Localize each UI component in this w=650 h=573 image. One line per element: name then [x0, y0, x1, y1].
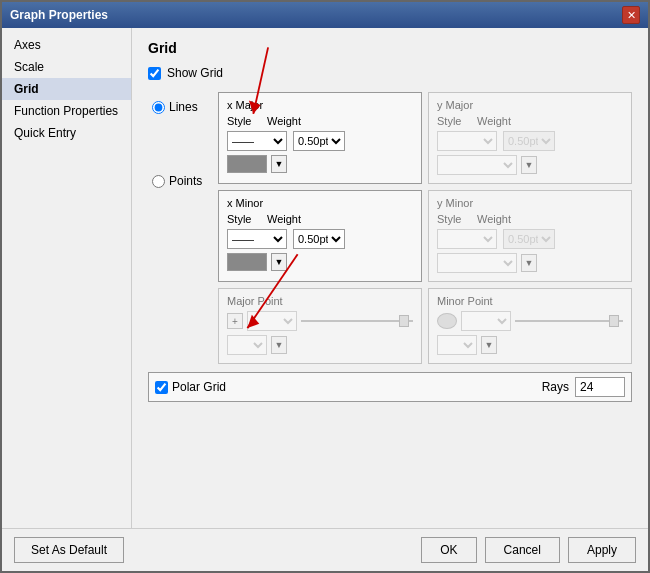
y-minor-style-label: Style [437, 213, 471, 225]
minor-point-size-select[interactable] [461, 311, 511, 331]
dialog-footer: Set As Default OK Cancel Apply [2, 528, 648, 571]
dialog-body: Axes Scale Grid Function Properties Quic… [2, 28, 648, 528]
dialog-title: Graph Properties [10, 8, 108, 22]
close-button[interactable]: ✕ [622, 6, 640, 24]
minor-point-group: Minor Point [428, 288, 632, 364]
sidebar-item-quick-entry[interactable]: Quick Entry [2, 122, 131, 144]
grid-groups: x Major Style Weight —— [218, 92, 632, 364]
points-row: Major Point + [218, 288, 632, 364]
x-major-group: x Major Style Weight —— [218, 92, 422, 184]
y-minor-weight-select[interactable]: 0.50pt [503, 229, 555, 249]
y-minor-controls-row: 0.50pt [437, 229, 623, 249]
ok-button[interactable]: OK [421, 537, 476, 563]
x-minor-style-row: Style Weight [227, 213, 413, 225]
content-wrapper: Grid Show Grid Lines Poi [148, 40, 632, 402]
x-minor-color-box[interactable] [227, 253, 267, 271]
x-minor-group: x Minor Style Weight —— [218, 190, 422, 282]
weight-label: Weight [267, 115, 305, 127]
x-minor-color-dropdown[interactable]: ▼ [271, 253, 287, 271]
minor-point-slider[interactable] [515, 320, 623, 322]
sidebar-item-scale[interactable]: Scale [2, 56, 131, 78]
x-minor-controls-row: —— 0.50pt [227, 229, 413, 249]
y-minor-style-row: Style Weight [437, 213, 623, 225]
x-major-title: x Major [227, 99, 413, 111]
show-grid-checkbox[interactable] [148, 67, 161, 80]
sidebar: Axes Scale Grid Function Properties Quic… [2, 28, 132, 528]
y-major-weight-select[interactable]: 0.50pt [503, 131, 555, 151]
x-major-controls-row: —— 0.50pt [227, 131, 413, 151]
cancel-button[interactable]: Cancel [485, 537, 560, 563]
y-minor-title: y Minor [437, 197, 623, 209]
rays-input[interactable] [575, 377, 625, 397]
sidebar-item-grid[interactable]: Grid [2, 78, 131, 100]
y-major-color-row: ▼ [437, 155, 623, 175]
x-minor-weight-select[interactable]: 0.50pt [293, 229, 345, 249]
major-point-title: Major Point [227, 295, 413, 307]
y-minor-color-select[interactable] [437, 253, 517, 273]
polar-grid-checkbox[interactable] [155, 381, 168, 394]
show-grid-row: Show Grid [148, 66, 632, 80]
major-point-controls: + [227, 311, 413, 331]
x-minor-title: x Minor [227, 197, 413, 209]
main-content: Grid Show Grid Lines Poi [132, 28, 648, 528]
major-point-slider[interactable] [301, 320, 413, 322]
minor-point-controls [437, 311, 623, 331]
polar-row: Polar Grid Rays [148, 372, 632, 402]
y-major-color-select[interactable] [437, 155, 517, 175]
y-major-style-row: Style Weight [437, 115, 623, 127]
x-major-color-row: ▼ [227, 155, 413, 173]
graph-properties-dialog: Graph Properties ✕ Axes Scale Grid Funct… [0, 0, 650, 573]
style-label: Style [227, 115, 261, 127]
x-minor-weight-label: Weight [267, 213, 305, 225]
minor-point-dot [437, 313, 457, 329]
show-grid-label: Show Grid [167, 66, 223, 80]
y-major-controls-row: 0.50pt [437, 131, 623, 151]
sidebar-item-axes[interactable]: Axes [2, 34, 131, 56]
footer-actions: OK Cancel Apply [421, 537, 636, 563]
major-point-color-btn[interactable]: ▼ [271, 336, 287, 354]
rays-label: Rays [542, 380, 569, 394]
y-major-group: y Major Style Weight [428, 92, 632, 184]
x-minor-style-select[interactable]: —— [227, 229, 287, 249]
lines-radio[interactable] [152, 101, 165, 114]
x-minor-color-row: ▼ [227, 253, 413, 271]
x-major-style-row: Style Weight [227, 115, 413, 127]
radio-column: Lines Points [148, 92, 218, 364]
apply-button[interactable]: Apply [568, 537, 636, 563]
minor-point-color-btn[interactable]: ▼ [481, 336, 497, 354]
major-point-group: Major Point + [218, 288, 422, 364]
x-major-color-dropdown[interactable]: ▼ [271, 155, 287, 173]
points-radio[interactable] [152, 175, 165, 188]
lines-points-section: Lines Points x Major [148, 92, 632, 364]
major-point-plus[interactable]: + [227, 313, 243, 329]
y-weight-label: Weight [477, 115, 515, 127]
y-major-dd-btn[interactable]: ▼ [521, 156, 537, 174]
y-minor-group: y Minor Style Weight [428, 190, 632, 282]
major-point-shape-select[interactable] [227, 335, 267, 355]
x-minor-style-label: Style [227, 213, 261, 225]
y-minor-color-row: ▼ [437, 253, 623, 273]
y-major-style-select[interactable] [437, 131, 497, 151]
x-major-style-select[interactable]: —— [227, 131, 287, 151]
y-minor-dd-btn[interactable]: ▼ [521, 254, 537, 272]
y-minor-style-select[interactable] [437, 229, 497, 249]
major-row: x Major Style Weight —— [218, 92, 632, 184]
section-title: Grid [148, 40, 632, 56]
x-major-weight-select[interactable]: 0.50pt [293, 131, 345, 151]
minor-point-title: Minor Point [437, 295, 623, 307]
minor-row: x Minor Style Weight —— [218, 190, 632, 282]
major-point-size-select[interactable] [247, 311, 297, 331]
lines-radio-label: Lines [152, 100, 198, 114]
title-bar: Graph Properties ✕ [2, 2, 648, 28]
x-major-color-box[interactable] [227, 155, 267, 173]
y-major-title: y Major [437, 99, 623, 111]
y-minor-weight-label: Weight [477, 213, 515, 225]
minor-point-shape-select[interactable] [437, 335, 477, 355]
sidebar-item-function-properties[interactable]: Function Properties [2, 100, 131, 122]
polar-grid-label: Polar Grid [172, 380, 226, 394]
points-radio-label: Points [152, 174, 202, 188]
set-default-button[interactable]: Set As Default [14, 537, 124, 563]
y-style-label: Style [437, 115, 471, 127]
